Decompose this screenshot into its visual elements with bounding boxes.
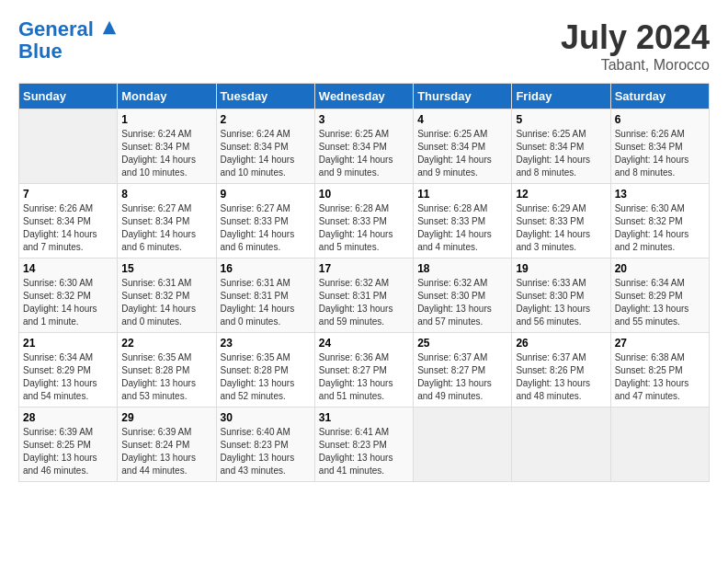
- day-number: 12: [516, 188, 606, 201]
- calendar-week-row: 1Sunrise: 6:24 AMSunset: 8:34 PMDaylight…: [19, 109, 710, 184]
- calendar-cell: [19, 109, 118, 184]
- calendar-header-row: SundayMondayTuesdayWednesdayThursdayFrid…: [19, 84, 710, 109]
- day-info: Sunrise: 6:25 AMSunset: 8:34 PMDaylight:…: [516, 128, 606, 179]
- calendar-cell: 13Sunrise: 6:30 AMSunset: 8:32 PMDayligh…: [610, 184, 709, 259]
- calendar-cell: 5Sunrise: 6:25 AMSunset: 8:34 PMDaylight…: [512, 109, 610, 184]
- day-number: 27: [615, 337, 705, 350]
- logo-general: General: [18, 17, 94, 40]
- day-info: Sunrise: 6:37 AMSunset: 8:27 PMDaylight:…: [417, 351, 507, 403]
- calendar-cell: 18Sunrise: 6:32 AMSunset: 8:30 PMDayligh…: [414, 259, 512, 333]
- header-day-sunday: Sunday: [19, 84, 118, 109]
- calendar-cell: 26Sunrise: 6:37 AMSunset: 8:26 PMDayligh…: [512, 333, 610, 408]
- day-info: Sunrise: 6:35 AMSunset: 8:28 PMDaylight:…: [221, 351, 311, 403]
- day-number: 13: [615, 188, 705, 201]
- calendar-cell: 23Sunrise: 6:35 AMSunset: 8:28 PMDayligh…: [216, 333, 314, 408]
- calendar-cell: 28Sunrise: 6:39 AMSunset: 8:25 PMDayligh…: [19, 408, 118, 482]
- calendar-cell: 24Sunrise: 6:36 AMSunset: 8:27 PMDayligh…: [314, 333, 413, 408]
- day-number: 31: [319, 411, 409, 424]
- day-info: Sunrise: 6:32 AMSunset: 8:30 PMDaylight:…: [417, 277, 507, 328]
- day-number: 28: [23, 411, 113, 424]
- day-number: 22: [121, 337, 211, 350]
- calendar-cell: 20Sunrise: 6:34 AMSunset: 8:29 PMDayligh…: [610, 259, 709, 333]
- day-number: 4: [417, 113, 507, 126]
- day-info: Sunrise: 6:30 AMSunset: 8:32 PMDaylight:…: [23, 277, 113, 328]
- day-number: 25: [417, 337, 507, 350]
- calendar-cell: 10Sunrise: 6:28 AMSunset: 8:33 PMDayligh…: [314, 184, 413, 259]
- day-number: 15: [121, 262, 211, 275]
- calendar-week-row: 14Sunrise: 6:30 AMSunset: 8:32 PMDayligh…: [19, 259, 710, 333]
- day-info: Sunrise: 6:26 AMSunset: 8:34 PMDaylight:…: [615, 128, 705, 179]
- day-info: Sunrise: 6:30 AMSunset: 8:32 PMDaylight:…: [615, 202, 705, 254]
- calendar-week-row: 21Sunrise: 6:34 AMSunset: 8:29 PMDayligh…: [19, 333, 710, 408]
- calendar-cell: 4Sunrise: 6:25 AMSunset: 8:34 PMDaylight…: [414, 109, 512, 184]
- location-subtitle: Tabant, Morocco: [561, 57, 710, 74]
- day-number: 29: [121, 411, 211, 424]
- calendar-table: SundayMondayTuesdayWednesdayThursdayFrid…: [18, 83, 710, 482]
- calendar-cell: 25Sunrise: 6:37 AMSunset: 8:27 PMDayligh…: [414, 333, 512, 408]
- calendar-week-row: 28Sunrise: 6:39 AMSunset: 8:25 PMDayligh…: [19, 408, 710, 482]
- day-number: 20: [615, 262, 705, 275]
- month-title: July 2024: [561, 18, 710, 57]
- header-day-wednesday: Wednesday: [314, 84, 413, 109]
- calendar-cell: 17Sunrise: 6:32 AMSunset: 8:31 PMDayligh…: [314, 259, 413, 333]
- calendar-cell: 21Sunrise: 6:34 AMSunset: 8:29 PMDayligh…: [19, 333, 118, 408]
- header-day-friday: Friday: [512, 84, 610, 109]
- day-info: Sunrise: 6:33 AMSunset: 8:30 PMDaylight:…: [516, 277, 606, 328]
- page-header: General Blue July 2024 Tabant, Morocco: [18, 18, 710, 74]
- header-day-saturday: Saturday: [610, 84, 709, 109]
- day-number: 9: [221, 188, 311, 201]
- calendar-cell: 27Sunrise: 6:38 AMSunset: 8:25 PMDayligh…: [610, 333, 709, 408]
- header-day-thursday: Thursday: [414, 84, 512, 109]
- day-info: Sunrise: 6:34 AMSunset: 8:29 PMDaylight:…: [615, 277, 705, 328]
- title-block: July 2024 Tabant, Morocco: [561, 18, 710, 74]
- day-number: 26: [516, 337, 606, 350]
- day-info: Sunrise: 6:31 AMSunset: 8:31 PMDaylight:…: [221, 277, 311, 328]
- calendar-week-row: 7Sunrise: 6:26 AMSunset: 8:34 PMDaylight…: [19, 184, 710, 259]
- day-info: Sunrise: 6:36 AMSunset: 8:27 PMDaylight:…: [319, 351, 409, 403]
- calendar-cell: 11Sunrise: 6:28 AMSunset: 8:33 PMDayligh…: [414, 184, 512, 259]
- day-number: 17: [319, 262, 409, 275]
- day-info: Sunrise: 6:29 AMSunset: 8:33 PMDaylight:…: [516, 202, 606, 254]
- day-number: 7: [23, 188, 113, 201]
- day-info: Sunrise: 6:39 AMSunset: 8:25 PMDaylight:…: [23, 426, 113, 477]
- day-number: 24: [319, 337, 409, 350]
- day-number: 6: [615, 113, 705, 126]
- day-info: Sunrise: 6:40 AMSunset: 8:23 PMDaylight:…: [221, 426, 311, 477]
- logo-blue: Blue: [18, 40, 118, 63]
- day-number: 5: [516, 113, 606, 126]
- day-info: Sunrise: 6:35 AMSunset: 8:28 PMDaylight:…: [121, 351, 211, 403]
- day-number: 19: [516, 262, 606, 275]
- logo-icon: [101, 19, 118, 36]
- day-info: Sunrise: 6:38 AMSunset: 8:25 PMDaylight:…: [615, 351, 705, 403]
- day-info: Sunrise: 6:28 AMSunset: 8:33 PMDaylight:…: [319, 202, 409, 254]
- calendar-cell: 9Sunrise: 6:27 AMSunset: 8:33 PMDaylight…: [216, 184, 314, 259]
- day-info: Sunrise: 6:27 AMSunset: 8:34 PMDaylight:…: [121, 202, 211, 254]
- day-info: Sunrise: 6:24 AMSunset: 8:34 PMDaylight:…: [221, 128, 311, 179]
- calendar-cell: 15Sunrise: 6:31 AMSunset: 8:32 PMDayligh…: [118, 259, 216, 333]
- calendar-cell: 3Sunrise: 6:25 AMSunset: 8:34 PMDaylight…: [314, 109, 413, 184]
- day-number: 30: [221, 411, 311, 424]
- calendar-cell: 19Sunrise: 6:33 AMSunset: 8:30 PMDayligh…: [512, 259, 610, 333]
- day-info: Sunrise: 6:39 AMSunset: 8:24 PMDaylight:…: [121, 426, 211, 477]
- day-number: 23: [221, 337, 311, 350]
- day-info: Sunrise: 6:24 AMSunset: 8:34 PMDaylight:…: [121, 128, 211, 179]
- day-number: 11: [417, 188, 507, 201]
- calendar-cell: 2Sunrise: 6:24 AMSunset: 8:34 PMDaylight…: [216, 109, 314, 184]
- calendar-cell: 16Sunrise: 6:31 AMSunset: 8:31 PMDayligh…: [216, 259, 314, 333]
- svg-marker-0: [103, 21, 116, 34]
- header-day-monday: Monday: [118, 84, 216, 109]
- day-info: Sunrise: 6:26 AMSunset: 8:34 PMDaylight:…: [23, 202, 113, 254]
- day-info: Sunrise: 6:28 AMSunset: 8:33 PMDaylight:…: [417, 202, 507, 254]
- day-number: 18: [417, 262, 507, 275]
- day-info: Sunrise: 6:34 AMSunset: 8:29 PMDaylight:…: [23, 351, 113, 403]
- header-day-tuesday: Tuesday: [216, 84, 314, 109]
- calendar-cell: [512, 408, 610, 482]
- day-info: Sunrise: 6:25 AMSunset: 8:34 PMDaylight:…: [319, 128, 409, 179]
- logo-text: General: [18, 18, 118, 40]
- day-info: Sunrise: 6:32 AMSunset: 8:31 PMDaylight:…: [319, 277, 409, 328]
- calendar-cell: 30Sunrise: 6:40 AMSunset: 8:23 PMDayligh…: [216, 408, 314, 482]
- calendar-cell: 14Sunrise: 6:30 AMSunset: 8:32 PMDayligh…: [19, 259, 118, 333]
- calendar-cell: 31Sunrise: 6:41 AMSunset: 8:23 PMDayligh…: [314, 408, 413, 482]
- calendar-cell: 8Sunrise: 6:27 AMSunset: 8:34 PMDaylight…: [118, 184, 216, 259]
- day-number: 10: [319, 188, 409, 201]
